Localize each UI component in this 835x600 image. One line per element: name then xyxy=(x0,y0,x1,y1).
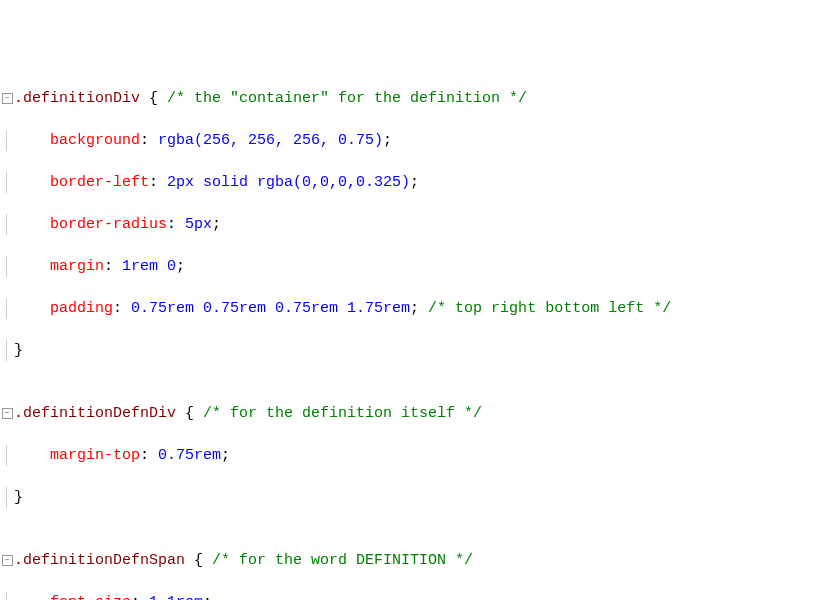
token-punc: { xyxy=(149,90,167,107)
token-comment: /* for the definition itself */ xyxy=(203,405,482,422)
token-comment: /* for the word DEFINITION */ xyxy=(212,552,473,569)
fold-guide xyxy=(6,214,7,235)
token-val: 0.75rem 0.75rem 0.75rem 1.75rem xyxy=(131,300,410,317)
token-punc xyxy=(14,132,50,149)
token-prop: background xyxy=(50,132,140,149)
token-punc: ; xyxy=(410,174,419,191)
token-punc: ; xyxy=(221,447,230,464)
token-punc: { xyxy=(185,405,203,422)
token-punc xyxy=(14,300,50,317)
token-prop: border-radius xyxy=(50,216,167,233)
token-val: 0.75rem xyxy=(158,447,221,464)
fold-guide xyxy=(6,487,7,508)
token-punc: { xyxy=(194,552,212,569)
code-line[interactable]: padding: 0.75rem 0.75rem 0.75rem 1.75rem… xyxy=(0,298,835,319)
token-sel: .definitionDefnDiv xyxy=(14,405,185,422)
token-val: 1.1rem xyxy=(149,594,203,600)
fold-collapse-icon[interactable] xyxy=(2,93,13,104)
token-val: 5px xyxy=(185,216,212,233)
fold-guide xyxy=(6,592,7,600)
code-line[interactable]: .definitionDefnSpan { /* for the word DE… xyxy=(0,550,835,571)
token-punc: ; xyxy=(410,300,428,317)
token-prop: border-left xyxy=(50,174,149,191)
fold-collapse-icon[interactable] xyxy=(2,408,13,419)
token-prop: font-size xyxy=(50,594,131,600)
token-punc: : xyxy=(104,258,122,275)
token-punc xyxy=(14,174,50,191)
token-prop: margin xyxy=(50,258,104,275)
code-line[interactable]: } xyxy=(0,340,835,361)
token-punc xyxy=(14,447,50,464)
token-sel: .definitionDefnSpan xyxy=(14,552,194,569)
fold-guide xyxy=(6,130,7,151)
code-line[interactable]: .definitionDefnDiv { /* for the definiti… xyxy=(0,403,835,424)
token-comment: /* the "container" for the definition */ xyxy=(167,90,527,107)
token-punc: ; xyxy=(203,594,212,600)
token-punc: ; xyxy=(383,132,392,149)
code-line[interactable]: .definitionDiv { /* the "container" for … xyxy=(0,88,835,109)
code-line[interactable]: margin-top: 0.75rem; xyxy=(0,445,835,466)
token-punc xyxy=(14,258,50,275)
fold-guide xyxy=(6,445,7,466)
code-line[interactable]: background: rgba(256, 256, 256, 0.75); xyxy=(0,130,835,151)
token-val: 1rem 0 xyxy=(122,258,176,275)
token-val: 2px solid rgba(0,0,0,0.325) xyxy=(167,174,410,191)
token-prop: padding xyxy=(50,300,113,317)
token-punc: : xyxy=(131,594,149,600)
token-punc xyxy=(14,594,50,600)
code-line[interactable]: margin: 1rem 0; xyxy=(0,256,835,277)
code-line[interactable]: border-radius: 5px; xyxy=(0,214,835,235)
code-editor[interactable]: .definitionDiv { /* the "container" for … xyxy=(0,88,835,600)
code-line[interactable]: border-left: 2px solid rgba(0,0,0,0.325)… xyxy=(0,172,835,193)
token-prop: margin-top xyxy=(50,447,140,464)
token-sel: .definitionDiv xyxy=(14,90,149,107)
token-punc: : xyxy=(149,174,167,191)
token-punc: : xyxy=(140,447,158,464)
token-punc: } xyxy=(14,342,23,359)
fold-guide xyxy=(6,298,7,319)
token-punc: : xyxy=(140,132,158,149)
token-punc: : xyxy=(167,216,185,233)
token-punc: ; xyxy=(176,258,185,275)
token-punc: ; xyxy=(212,216,221,233)
fold-collapse-icon[interactable] xyxy=(2,555,13,566)
token-val: rgba(256, 256, 256, 0.75) xyxy=(158,132,383,149)
fold-guide xyxy=(6,172,7,193)
code-line[interactable]: font-size: 1.1rem; xyxy=(0,592,835,600)
token-comment: /* top right bottom left */ xyxy=(428,300,671,317)
fold-guide xyxy=(6,256,7,277)
token-punc xyxy=(14,216,50,233)
code-line[interactable]: } xyxy=(0,487,835,508)
fold-guide xyxy=(6,340,7,361)
token-punc: : xyxy=(113,300,131,317)
token-punc: } xyxy=(14,489,23,506)
